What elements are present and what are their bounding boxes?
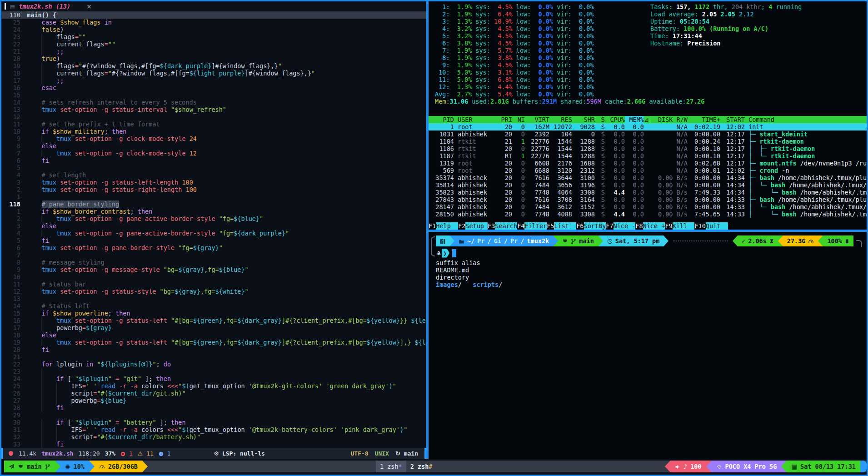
- process-row[interactable]: 1187rtkitRT12277615441288S0.00.0N/A0:00.…: [429, 152, 867, 160]
- column-header-disk[interactable]: DISK R/W: [650, 116, 688, 123]
- code-line[interactable]: 29: [1, 411, 426, 419]
- code-line[interactable]: 28 ▏ fi: [1, 404, 426, 411]
- code-line[interactable]: 13 tmux set-option -g status-interval "$…: [1, 106, 426, 113]
- fkey-kill[interactable]: F9Kill: [665, 222, 694, 230]
- column-header-user[interactable]: USER: [454, 116, 496, 123]
- prompt-input-line[interactable]: ❯: [436, 247, 863, 259]
- process-row[interactable]: 35374abhishek200761636443100S0.00.00.00 …: [429, 174, 867, 181]
- column-header-pri[interactable]: PRI: [496, 116, 512, 123]
- code-line[interactable]: 13: [1, 295, 426, 302]
- column-header-cmd[interactable]: Command: [745, 116, 867, 123]
- code-line[interactable]: 10: [1, 273, 426, 281]
- process-row[interactable]: 1319root200660821761688S0.00.0N/A0:02.68…: [429, 160, 867, 167]
- tab-title[interactable]: tmux2k.sh (13): [19, 3, 70, 10]
- code-line[interactable]: 15: [1, 91, 426, 99]
- fkey-nice[interactable]: F7Nice -: [606, 222, 635, 230]
- code-line[interactable]: 25 ▏ ▏ IFS=' ' read -r -a colors <<<"$(g…: [1, 382, 426, 390]
- code-line[interactable]: 32 ▏ ▏ script="#($current_dir/battery.sh…: [1, 433, 426, 441]
- fkey-filter[interactable]: F4Filter: [517, 222, 547, 230]
- nvim-editor-pane[interactable]: ▤ tmux2k.sh (13) × 110main() {25 case $s…: [1, 1, 426, 448]
- code-line[interactable]: 5: [1, 164, 426, 171]
- code-line[interactable]: 23 ▏ flags="": [1, 33, 426, 40]
- code-line[interactable]: 8 else: [1, 142, 426, 150]
- code-line[interactable]: 11 # set the prefix + t time format: [1, 120, 426, 128]
- window-item-1[interactable]: 1 zsh*: [376, 461, 406, 472]
- code-line[interactable]: 118 # pane border styling: [1, 200, 426, 208]
- code-line[interactable]: 31 ▏ ▏ IFS=' ' read -r -a colors <<<"$(g…: [1, 426, 426, 433]
- fkey-quit[interactable]: F10Quit: [694, 222, 728, 230]
- code-line[interactable]: 5 fi: [1, 237, 426, 244]
- column-header-res[interactable]: RES: [549, 116, 572, 123]
- code-line[interactable]: 20 true): [1, 55, 426, 62]
- fkey-sortby[interactable]: F6SortBy: [576, 222, 606, 230]
- code-line[interactable]: 21 ▏ ;;: [1, 48, 426, 55]
- column-header-ni[interactable]: NI: [512, 116, 525, 123]
- process-row[interactable]: 1184rtkit2112277615441288S0.00.0N/A0:00.…: [429, 138, 867, 145]
- process-row[interactable]: 1031abhishek20023921040S0.00.0N/A0:00.00…: [429, 130, 867, 138]
- code-line[interactable]: 7 ▏ tmux set-option -g clock-mode-style …: [1, 150, 426, 157]
- terminal-cursor[interactable]: [452, 249, 456, 257]
- code-line[interactable]: 22 ▏ current_flags="": [1, 40, 426, 48]
- code-line[interactable]: 12: [1, 113, 426, 120]
- code-line[interactable]: 4 ▏ tmux set-option -g pane-active-borde…: [1, 230, 426, 237]
- column-header-mem[interactable]: MEM%: [625, 116, 644, 123]
- process-row[interactable]: 27843abhishek200761637083164S0.00.00.00 …: [429, 196, 867, 203]
- code-line[interactable]: 1 if $show_border_contrast; then: [1, 208, 426, 215]
- context-line[interactable]: 110main() {: [1, 11, 426, 19]
- column-header-shr[interactable]: SHR: [572, 116, 595, 123]
- code-line[interactable]: 19 ▏ flags="#{?window_flags,#[fg=${dark_…: [1, 62, 426, 70]
- code-line[interactable]: 30 ▏ if [ "$lplugin" = "battery" ]; then: [1, 419, 426, 426]
- code-line[interactable]: 18 else: [1, 331, 426, 339]
- code-line[interactable]: 14 # sets refresh interval to every 5 se…: [1, 99, 426, 106]
- code-line[interactable]: 15 if $show_powerline; then: [1, 310, 426, 317]
- column-header-tri[interactable]: ⊿: [644, 116, 650, 123]
- process-row[interactable]: 28150abhishek200774840883308S4.40.00.00 …: [429, 210, 867, 218]
- code-line[interactable]: 18 ▏ current_flags="#{?window_flags,#[fg…: [1, 70, 426, 77]
- code-line[interactable]: 20 fi: [1, 346, 426, 353]
- code-line[interactable]: 10 if $show_military; then: [1, 128, 426, 135]
- code-line[interactable]: 24 ▏ if [ "$lplugin" = "git" ]; then: [1, 375, 426, 382]
- code-line[interactable]: 25 case $show_flags in: [1, 19, 426, 26]
- code-line[interactable]: 7: [1, 251, 426, 259]
- process-row[interactable]: 1186rtkit2002277615441288S0.00.0N/A0:00.…: [429, 145, 867, 152]
- htop-pane[interactable]: 1: 1.9% sys: 4.5% low: 0.0% vir: 0.0% 2:…: [429, 1, 867, 230]
- column-header-start[interactable]: START: [720, 116, 745, 123]
- code-line[interactable]: 11 # status bar: [1, 281, 426, 288]
- code-line[interactable]: 16 ▏ tmux set-option -g status-left "#[b…: [1, 317, 426, 324]
- fkey-search[interactable]: F3Search: [488, 222, 517, 230]
- process-row[interactable]: 35814abhishek200748436563196S0.00.00.00 …: [429, 181, 867, 189]
- column-header-virt[interactable]: VIRT: [525, 116, 549, 123]
- column-header-st[interactable]: S: [595, 116, 605, 123]
- code-line[interactable]: 23 ▏: [1, 368, 426, 375]
- code-line[interactable]: 33 ▏ fi: [1, 441, 426, 448]
- code-line[interactable]: 9 tmux set-option -g message-style "bg=$…: [1, 266, 426, 273]
- code-line[interactable]: 6 fi: [1, 157, 426, 164]
- code-line[interactable]: 17 ▏ powerbg=${gray}: [1, 324, 426, 331]
- code-line[interactable]: 3 else: [1, 222, 426, 230]
- code-line[interactable]: 19 ▏ tmux set-option -g status-left "#[b…: [1, 339, 426, 346]
- fkey-list[interactable]: F5List: [547, 222, 576, 230]
- shell-terminal-pane[interactable]: ~/Pr/Gi/Pr/tmux2kmainSat, 5:17 pm✓2.06s2…: [429, 232, 867, 459]
- code-line[interactable]: 1: [1, 193, 426, 200]
- code-line[interactable]: 27 ▏ ▏ powerbg=${blue}: [1, 397, 426, 404]
- column-header-pid[interactable]: PID: [429, 116, 454, 123]
- window-item-2[interactable]: 2 zsh#: [406, 461, 437, 472]
- code-line[interactable]: 21: [1, 353, 426, 361]
- code-line[interactable]: 8 # message styling: [1, 259, 426, 266]
- code-line[interactable]: 6 tmux set-option -g pane-border-style "…: [1, 244, 426, 251]
- code-line[interactable]: 2 ▏ tmux set-option -g pane-active-borde…: [1, 215, 426, 222]
- code-line[interactable]: 3 tmux set-option -g status-left-length …: [1, 179, 426, 186]
- code-line[interactable]: 9 ▏ tmux set-option -g clock-mode-style …: [1, 135, 426, 142]
- fkey-help[interactable]: F1Help: [429, 222, 458, 230]
- process-row[interactable]: 1root200162M120729028S0.00.0N/A0:02.1912…: [429, 123, 867, 130]
- column-header-time[interactable]: TIME+: [688, 116, 720, 123]
- code-area[interactable]: 110main() {25 case $show_flags in24 fals…: [1, 11, 426, 448]
- code-line[interactable]: 2 tmux set-option -g status-right-length…: [1, 186, 426, 193]
- code-line[interactable]: 26 ▏ ▏ script="#($current_dir/git.sh)": [1, 390, 426, 397]
- code-line[interactable]: 16 esac: [1, 84, 426, 91]
- code-line[interactable]: 24 false): [1, 26, 426, 33]
- process-row[interactable]: 35823abhishek200774840643308S4.40.00.00 …: [429, 189, 867, 196]
- code-line[interactable]: 14 # Status left: [1, 302, 426, 310]
- code-line[interactable]: 4 # set length: [1, 171, 426, 179]
- code-line[interactable]: 22 for lplugin in "${lplugins[@]}"; do: [1, 361, 426, 368]
